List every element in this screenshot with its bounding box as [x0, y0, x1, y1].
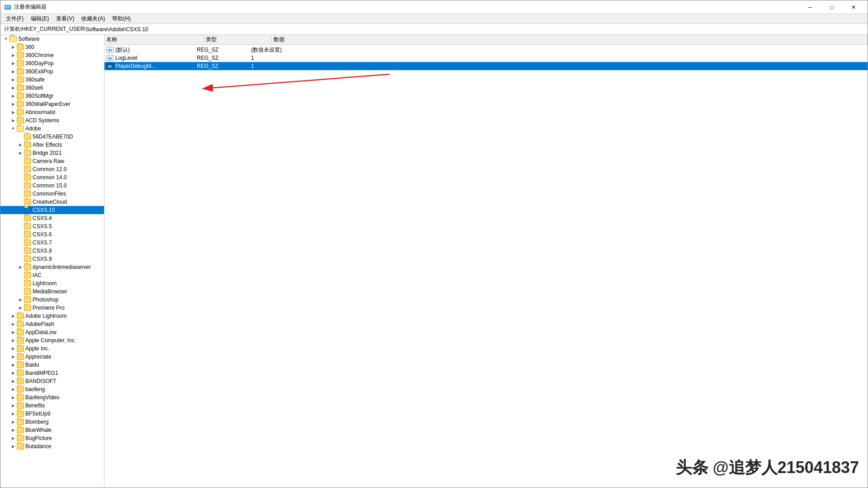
tree-item-csxs6[interactable]: ▶ CSXS.6 — [0, 230, 104, 239]
tree-item-360safe[interactable]: ▶ 360safe — [0, 76, 104, 84]
tree-item-csxs7[interactable]: ▶ CSXS.7 — [0, 239, 104, 247]
tree-item-premierepro[interactable]: ▶ Premiere Pro — [0, 304, 104, 312]
expand-icon-360chrome[interactable]: ▶ — [9, 52, 17, 59]
expand-icon-bluewhale[interactable]: ▶ — [9, 426, 17, 434]
tree-item-bandisoft[interactable]: ▶ BANDISOFT — [0, 377, 104, 385]
expand-icon-abnosrmalst[interactable]: ▶ — [9, 109, 17, 116]
expand-icon-aftereffects[interactable]: ▶ — [17, 141, 24, 148]
tree-item-bandimpeg1[interactable]: ▶ BandiMPEG1 — [0, 369, 104, 377]
expand-icon-photoshop[interactable]: ▶ — [17, 296, 24, 303]
tree-label-iac: IAC — [33, 272, 102, 278]
tree-item-bugpicture[interactable]: ▶ BugPicture — [0, 434, 104, 442]
expand-icon-apple-computer[interactable]: ▶ — [9, 337, 17, 344]
menu-favorites[interactable]: 收藏夹(A) — [78, 14, 109, 24]
col-header-data[interactable]: 数据 — [272, 35, 868, 44]
expand-icon-360exitpop[interactable]: ▶ — [9, 68, 17, 75]
tree-item-abnosrmalst[interactable]: ▶ Abnosrmalst — [0, 108, 104, 116]
expand-icon-adobeflash[interactable]: ▶ — [9, 321, 17, 328]
col-header-type[interactable]: 类型 — [204, 35, 272, 44]
tree-item-360se6[interactable]: ▶ 360se6 — [0, 84, 104, 92]
menu-edit[interactable]: 编辑(E) — [27, 14, 52, 24]
tree-item-commonfiles[interactable]: ▶ CommonFiles — [0, 190, 104, 198]
menu-file[interactable]: 文件(F) — [2, 14, 27, 24]
tree-item-iac[interactable]: ▶ IAC — [0, 271, 104, 279]
tree-item-adobelightroom[interactable]: ▶ Adobe Lightroom — [0, 312, 104, 320]
expand-icon-bridge2021[interactable]: ▶ — [17, 149, 24, 157]
tree-item-adobe[interactable]: ▼ Adobe — [0, 124, 104, 133]
tree-item-csxs9[interactable]: ▶ CSXS.9 — [0, 255, 104, 263]
expand-icon-dynamiclink[interactable]: ▶ — [17, 263, 24, 271]
expand-icon-apple-inc[interactable]: ▶ — [9, 345, 17, 352]
expand-icon-bandimpeg1[interactable]: ▶ — [9, 369, 17, 377]
tree-item-bluewhale[interactable]: ▶ BlueWhale — [0, 426, 104, 434]
tree-item-common14[interactable]: ▶ Common 14.0 — [0, 173, 104, 182]
expand-icon-360[interactable]: ▶ — [9, 43, 17, 51]
expand-icon-360softmgr[interactable]: ▶ — [9, 92, 17, 100]
tree-item-csxs4[interactable]: ▶ CSXS.4 — [0, 214, 104, 222]
tree-item-acd[interactable]: ▶ ACD Systems — [0, 116, 104, 124]
expand-icon-software[interactable]: ▼ — [2, 35, 9, 43]
tree-item-common15[interactable]: ▶ Common 15.0 — [0, 182, 104, 190]
minimize-button[interactable]: ─ — [800, 0, 821, 14]
tree-item-360wallpaper[interactable]: ▶ 360WallPaperEver — [0, 100, 104, 108]
tree-item-mediabrowser[interactable]: ▶ MediaBrowser — [0, 287, 104, 296]
tree-item-appreciate[interactable]: ▶ Appreciate — [0, 353, 104, 361]
expand-icon-premierepro[interactable]: ▶ — [17, 304, 24, 311]
expand-icon-bugpicture[interactable]: ▶ — [9, 435, 17, 442]
expand-icon-bandisoft[interactable]: ▶ — [9, 378, 17, 385]
tree-item-adobeflash[interactable]: ▶ AdobeFlash — [0, 320, 104, 328]
registry-row-playerdebug[interactable]: ab PlayerDebugM... REG_SZ 1 — [104, 62, 868, 70]
expand-icon-360wallpaper[interactable]: ▶ — [9, 100, 17, 108]
expand-icon-adobelightroom[interactable]: ▶ — [9, 312, 17, 320]
registry-row-default[interactable]: ab (默认) REG_SZ (数值未设置) — [104, 46, 868, 54]
tree-item-lightroom[interactable]: ▶ Lightroom — [0, 279, 104, 287]
expand-icon-360daypop[interactable]: ▶ — [9, 60, 17, 67]
tree-item-bfsetup9[interactable]: ▶ BFSetUp9 — [0, 410, 104, 418]
tree-item-baofengvideo[interactable]: ▶ BaofengVideo — [0, 393, 104, 402]
expand-icon-baofeng[interactable]: ▶ — [9, 386, 17, 393]
expand-icon-acd[interactable]: ▶ — [9, 117, 17, 124]
expand-icon-bfsetup9[interactable]: ▶ — [9, 410, 17, 417]
expand-icon-appreciate[interactable]: ▶ — [9, 353, 17, 360]
col-header-name[interactable]: 名称 — [104, 35, 204, 44]
tree-item-software[interactable]: ▼ Software — [0, 35, 104, 43]
tree-item-appdatalow[interactable]: ▶ AppDataLow — [0, 328, 104, 336]
tree-item-cameraraw[interactable]: ▶ Camera Raw — [0, 157, 104, 165]
tree-item-dynamiclink[interactable]: ▶ dynamiclinkmediaserver — [0, 263, 104, 271]
expand-icon-blomberg[interactable]: ▶ — [9, 418, 17, 426]
tree-item-csxs8[interactable]: ▶ CSXS.8 — [0, 247, 104, 255]
expand-icon-appdatalow[interactable]: ▶ — [9, 329, 17, 336]
close-button[interactable]: ✕ — [843, 0, 864, 14]
tree-item-baidu[interactable]: ▶ Baidu — [0, 361, 104, 369]
expand-icon-benefits[interactable]: ▶ — [9, 402, 17, 409]
tree-item-360daypop[interactable]: ▶ 360DayPop — [0, 59, 104, 67]
menu-help[interactable]: 帮助(H) — [109, 14, 134, 24]
expand-icon-baidu[interactable]: ▶ — [9, 361, 17, 368]
tree-item-blomberg[interactable]: ▶ Blomberg — [0, 418, 104, 426]
expand-icon-baofengvideo[interactable]: ▶ — [9, 394, 17, 401]
tree-item-benefits[interactable]: ▶ Benefits — [0, 402, 104, 410]
expand-icon-butadance[interactable]: ▶ — [9, 443, 17, 450]
tree-item-360softmgr[interactable]: ▶ 360SoftMgr — [0, 92, 104, 100]
tree-item-creativecloud[interactable]: ▶ CreativeCloud — [0, 198, 104, 206]
tree-item-apple-inc[interactable]: ▶ Apple Inc. — [0, 344, 104, 353]
expand-icon-360safe[interactable]: ▶ — [9, 76, 17, 83]
tree-item-baofeng[interactable]: ▶ baofeng — [0, 385, 104, 393]
tree-item-common12[interactable]: ▶ Common 12.0 — [0, 165, 104, 173]
registry-row-loglevel[interactable]: ab LogLevel REG_SZ 1 — [104, 54, 868, 62]
tree-item-360exitpop[interactable]: ▶ 360ExitPop — [0, 67, 104, 76]
tree-item-apple-computer[interactable]: ▶ Apple Computer, Inc. — [0, 336, 104, 344]
tree-item-360chrome[interactable]: ▶ 360Chrome — [0, 51, 104, 59]
tree-item-360[interactable]: ▶ 360 — [0, 43, 104, 51]
menu-view[interactable]: 查看(V) — [52, 14, 78, 24]
tree-item-csxs5[interactable]: ▶ CSXS.5 — [0, 222, 104, 230]
tree-item-56d47[interactable]: ▶ 56D47EABE70D — [0, 133, 104, 141]
tree-item-aftereffects[interactable]: ▶ After Effects — [0, 141, 104, 149]
tree-item-bridge2021[interactable]: ▶ Bridge 2021 — [0, 149, 104, 157]
tree-item-photoshop[interactable]: ▶ Photoshop — [0, 296, 104, 304]
tree-item-csxs10[interactable]: ▶ CSXS.10 — [0, 206, 104, 214]
expand-icon-360se6[interactable]: ▶ — [9, 84, 17, 91]
tree-item-butadance[interactable]: ▶ Butadance — [0, 442, 104, 450]
expand-icon-adobe[interactable]: ▼ — [9, 125, 17, 132]
maximize-button[interactable]: □ — [821, 0, 842, 14]
